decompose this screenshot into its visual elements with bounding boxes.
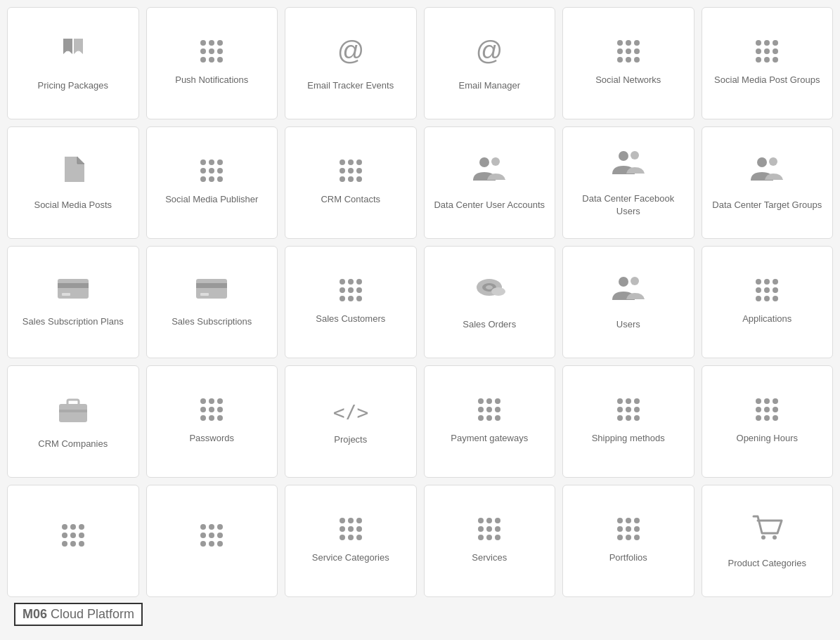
svg-point-21 — [631, 277, 639, 285]
svg-rect-24 — [59, 410, 87, 412]
card-label-data-center-target-groups: Data Center Target Groups — [712, 199, 822, 211]
svg-point-7 — [631, 151, 639, 159]
svg-text:@: @ — [337, 35, 364, 65]
svg-point-8 — [757, 157, 767, 167]
card-label-portfolios: Portfolios — [609, 551, 647, 564]
grid-dots-icon — [200, 159, 223, 182]
svg-point-20 — [619, 277, 628, 287]
svg-rect-14 — [196, 283, 227, 288]
card-services[interactable]: Services — [424, 485, 556, 597]
card-label-social-media-posts: Social Media Posts — [34, 199, 112, 211]
svg-point-26 — [761, 535, 765, 540]
card-label-passwords: Passwords — [189, 432, 234, 445]
card-label-crm-contacts: CRM Contacts — [321, 193, 380, 206]
card-label-email-tracker-events: Email Tracker Events — [307, 79, 394, 92]
card-label-social-media-post-groups: Social Media Post Groups — [714, 74, 820, 86]
card-email-tracker-events[interactable]: @ Email Tracker Events — [285, 7, 417, 119]
card-crm-companies[interactable]: CRM Companies — [7, 365, 139, 478]
card-label-users: Users — [616, 318, 640, 331]
card-label-data-center-user-accounts: Data Center User Accounts — [434, 199, 545, 211]
card-label-email-manager: Email Manager — [459, 79, 520, 92]
card-payment-gateways[interactable]: Payment gateways — [424, 365, 556, 478]
briefcase-icon — [56, 393, 90, 426]
card-sales-orders[interactable]: Sales Orders — [424, 246, 556, 358]
users-icon — [611, 148, 646, 181]
card-item-26[interactable] — [146, 485, 278, 597]
card-applications[interactable]: Applications — [702, 246, 834, 358]
card-push-notifications[interactable]: Push Notifications — [146, 7, 278, 119]
card-label-shipping-methods: Shipping methods — [592, 432, 665, 445]
card-label-sales-subscriptions: Sales Subscriptions — [172, 315, 252, 328]
grid-dots-icon — [617, 40, 640, 63]
grid-dots-icon — [340, 518, 362, 540]
card-label-service-categories: Service Categories — [312, 551, 389, 564]
card-social-media-posts[interactable]: Social Media Posts — [7, 126, 139, 239]
card-label-sales-customers: Sales Customers — [316, 313, 385, 325]
svg-rect-12 — [62, 293, 70, 296]
grid-dots-icon — [617, 398, 640, 421]
app-grid: Pricing PackagesPush Notifications @ Ema… — [7, 7, 833, 597]
card-email-manager[interactable]: @ Email Manager — [424, 7, 556, 119]
card-pricing-packages[interactable]: Pricing Packages — [7, 7, 139, 119]
bookmark-icon — [58, 34, 89, 68]
svg-point-9 — [769, 157, 777, 166]
credit-card-icon — [56, 276, 90, 304]
file-icon — [59, 154, 87, 188]
grid-dots-icon — [756, 279, 778, 301]
card-label-crm-companies: CRM Companies — [38, 438, 108, 450]
card-label-services: Services — [472, 551, 507, 564]
card-social-media-post-groups[interactable]: Social Media Post Groups — [702, 7, 834, 119]
card-portfolios[interactable]: Portfolios — [562, 485, 694, 597]
grid-dots-icon — [200, 40, 223, 63]
card-product-categories[interactable]: Product Categories — [702, 485, 834, 597]
users-icon — [749, 154, 784, 188]
grid-dots-icon — [200, 524, 223, 547]
grid-dots-icon — [478, 518, 500, 540]
card-projects[interactable]: </> Projects — [285, 365, 417, 478]
card-social-networks[interactable]: Social Networks — [562, 7, 694, 119]
card-sales-subscriptions[interactable]: Sales Subscriptions — [146, 246, 278, 358]
card-label-applications: Applications — [742, 313, 791, 325]
card-sales-customers[interactable]: Sales Customers — [285, 246, 417, 358]
grid-dots-icon — [756, 40, 778, 63]
grid-dots-icon — [340, 279, 362, 301]
card-passwords[interactable]: Passwords — [146, 365, 278, 478]
card-label-product-categories: Product Categories — [728, 557, 806, 570]
svg-rect-11 — [58, 283, 89, 288]
svg-point-19 — [491, 287, 505, 296]
card-item-25[interactable] — [7, 485, 139, 597]
card-sales-subscription-plans[interactable]: Sales Subscription Plans — [7, 246, 139, 358]
card-shipping-methods[interactable]: Shipping methods — [562, 365, 694, 478]
svg-point-6 — [619, 151, 628, 161]
card-label-social-media-publisher: Social Media Publisher — [165, 193, 258, 206]
svg-point-4 — [479, 157, 489, 167]
card-crm-contacts[interactable]: CRM Contacts — [285, 126, 417, 239]
svg-rect-22 — [59, 404, 87, 422]
svg-point-18 — [486, 285, 493, 289]
card-label-sales-orders: Sales Orders — [463, 318, 516, 331]
svg-point-27 — [773, 535, 777, 540]
card-label-data-center-facebook-users: Data Center Facebook Users — [570, 192, 687, 218]
card-opening-hours[interactable]: Opening Hours — [702, 365, 834, 478]
card-data-center-target-groups[interactable]: Data Center Target Groups — [702, 126, 834, 239]
grid-dots-icon — [617, 518, 640, 540]
card-data-center-user-accounts[interactable]: Data Center User Accounts — [424, 126, 556, 239]
card-data-center-facebook-users[interactable]: Data Center Facebook Users — [562, 126, 694, 239]
card-social-media-publisher[interactable]: Social Media Publisher — [146, 126, 278, 239]
grid-dots-icon — [340, 159, 362, 182]
card-label-pricing-packages: Pricing Packages — [38, 79, 108, 92]
svg-point-5 — [491, 157, 500, 166]
card-service-categories[interactable]: Service Categories — [285, 485, 417, 597]
grid-dots-icon — [756, 398, 778, 421]
code-icon: </> — [333, 397, 368, 422]
card-users[interactable]: Users — [562, 246, 694, 358]
credit-card-icon — [195, 276, 228, 304]
card-label-sales-subscription-plans: Sales Subscription Plans — [22, 315, 124, 328]
svg-rect-23 — [67, 400, 79, 405]
card-label-projects: Projects — [334, 433, 367, 446]
svg-text:@: @ — [476, 35, 503, 65]
at-icon: @ — [335, 34, 366, 68]
users-icon — [472, 154, 507, 188]
users-icon — [611, 273, 646, 307]
grid-dots-icon — [62, 524, 84, 547]
